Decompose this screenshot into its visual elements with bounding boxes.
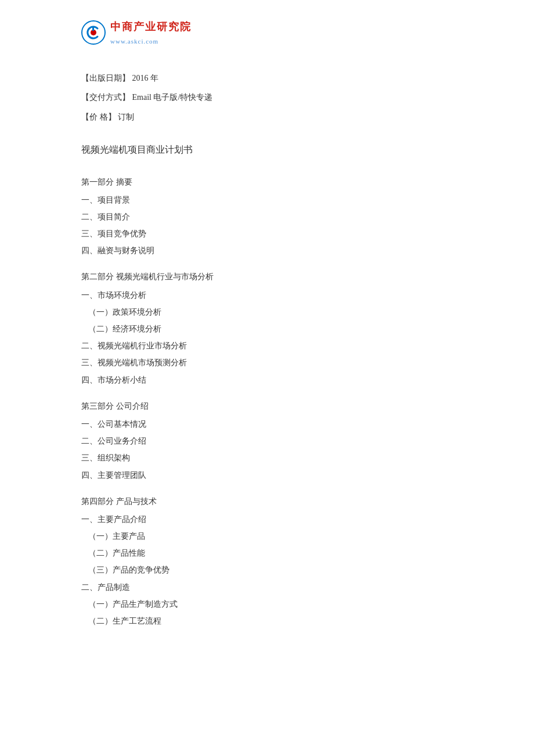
toc-item: 一、项目背景 bbox=[81, 193, 453, 207]
toc-item: 四、主要管理团队 bbox=[81, 468, 453, 483]
toc-item: 三、组织架构 bbox=[81, 451, 453, 465]
toc-sub-item: （二）经济环境分析 bbox=[81, 322, 453, 336]
meta-price: 【价 格】 订制 bbox=[81, 110, 453, 124]
logo-main-text: 中商产业研究院 bbox=[110, 17, 192, 36]
toc-part1: 第一部分 摘要 一、项目背景 二、项目简介 三、项目竞争优势 四、融资与财务说明 bbox=[81, 175, 453, 258]
toc-item: 三、项目竞争优势 bbox=[81, 226, 453, 241]
logo-text-container: 中商产业研究院 www.askci.com bbox=[110, 17, 192, 48]
toc-part3-title: 第三部分 公司介绍 bbox=[81, 399, 453, 413]
toc-item: 一、市场环境分析 bbox=[81, 288, 453, 303]
toc-item: 二、公司业务介绍 bbox=[81, 434, 453, 448]
report-title: 视频光端机项目商业计划书 bbox=[81, 142, 453, 159]
toc-part4: 第四部分 产品与技术 一、主要产品介绍 （一）主要产品 （二）产品性能 （三）产… bbox=[81, 494, 453, 629]
toc-item: 三、视频光端机市场预测分析 bbox=[81, 355, 453, 370]
toc-item: 四、市场分析小结 bbox=[81, 373, 453, 387]
toc-item: 一、主要产品介绍 bbox=[81, 512, 453, 527]
delivery-label: 【交付方式】 bbox=[81, 93, 130, 102]
toc-item: 二、视频光端机行业市场分析 bbox=[81, 339, 453, 353]
toc-part1-title: 第一部分 摘要 bbox=[81, 175, 453, 189]
toc-item: 四、融资与财务说明 bbox=[81, 243, 453, 258]
toc-sub-item: （三）产品的竞争优势 bbox=[81, 563, 453, 577]
toc-sub-item: （二）生产工艺流程 bbox=[81, 614, 453, 628]
meta-section: 【出版日期】 2016 年 【交付方式】 Email 电子版/特快专递 【价 格… bbox=[81, 71, 453, 124]
toc-sub-item: （一）政策环境分析 bbox=[81, 305, 453, 319]
toc-sub-item: （一）产品生产制造方式 bbox=[81, 597, 453, 611]
toc-part3: 第三部分 公司介绍 一、公司基本情况 二、公司业务介绍 三、组织架构 四、主要管… bbox=[81, 399, 453, 483]
publish-date-value: 2016 年 bbox=[132, 74, 159, 82]
delivery-value: Email 电子版/特快专递 bbox=[132, 93, 213, 102]
toc-item: 二、项目简介 bbox=[81, 210, 453, 224]
toc-sub-item: （一）主要产品 bbox=[81, 529, 453, 543]
price-value: 订制 bbox=[118, 113, 134, 121]
toc-part2: 第二部分 视频光端机行业与市场分析 一、市场环境分析 （一）政策环境分析 （二）… bbox=[81, 269, 453, 387]
logo-icon bbox=[81, 20, 106, 45]
publish-date-label: 【出版日期】 bbox=[81, 74, 130, 82]
toc-part2-title: 第二部分 视频光端机行业与市场分析 bbox=[81, 269, 453, 284]
toc-item: 二、产品制造 bbox=[81, 580, 453, 595]
meta-publish-date: 【出版日期】 2016 年 bbox=[81, 71, 453, 85]
svg-rect-2 bbox=[92, 27, 94, 31]
toc-part4-title: 第四部分 产品与技术 bbox=[81, 494, 453, 509]
toc-sub-item: （二）产品性能 bbox=[81, 546, 453, 560]
page-container: 中商产业研究院 www.askci.com 【出版日期】 2016 年 【交付方… bbox=[0, 0, 534, 756]
toc-item: 一、公司基本情况 bbox=[81, 417, 453, 431]
header-logo: 中商产业研究院 www.askci.com bbox=[81, 17, 453, 48]
logo-sub-text: www.askci.com bbox=[110, 36, 192, 48]
meta-delivery: 【交付方式】 Email 电子版/特快专递 bbox=[81, 90, 453, 105]
price-label: 【价 格】 bbox=[81, 113, 116, 121]
